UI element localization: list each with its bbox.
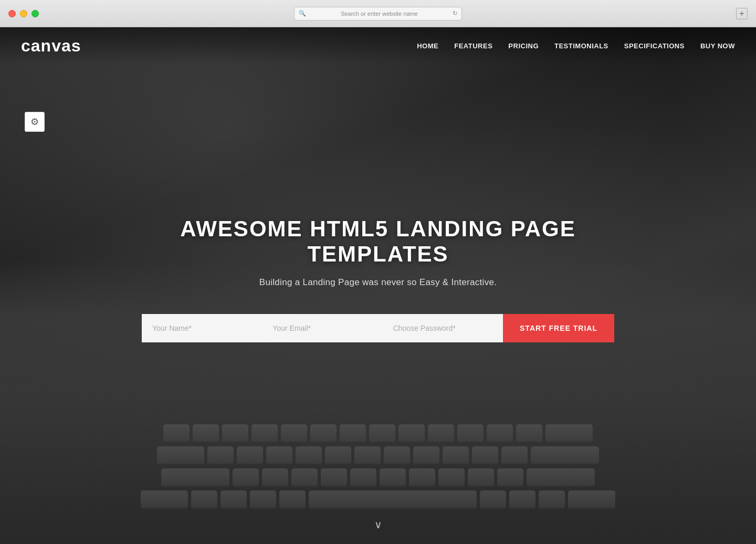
key [384,446,410,465]
hero-subtitle: Building a Landing Page was never so Eas… [142,277,614,288]
key [369,424,395,443]
key [350,468,376,487]
key [340,424,366,443]
key [509,490,536,509]
address-bar[interactable]: 🔍 Search or enter website name ↻ [294,7,462,20]
site-logo[interactable]: canvas [21,36,81,56]
key [468,468,494,487]
nav-specifications[interactable]: SPECIFICATIONS [624,42,685,50]
keyboard-decoration [26,424,730,512]
key [398,424,425,443]
key [325,446,351,465]
key [281,424,307,443]
key [222,424,248,443]
nav-buy-now[interactable]: BUY NOW [700,42,735,50]
key [193,424,219,443]
key [409,468,435,487]
start-trial-button[interactable]: START FREE TRIAL [503,314,614,342]
key [291,468,318,487]
key [413,446,439,465]
settings-button[interactable]: ⚙ [25,112,45,132]
key [233,468,259,487]
new-tab-button[interactable]: + [736,8,748,19]
key [472,446,498,465]
key [380,468,406,487]
logo-text: canvas [21,36,81,55]
gear-icon: ⚙ [30,116,39,128]
password-input[interactable] [383,314,503,342]
search-icon: 🔍 [299,10,306,17]
key [545,424,593,443]
key [266,446,292,465]
key [207,446,234,465]
key [220,490,247,509]
close-button[interactable] [8,10,16,17]
key [531,446,599,465]
key [480,490,506,509]
key [250,490,276,509]
traffic-lights [8,10,39,17]
key [251,424,278,443]
key [321,468,347,487]
key [163,424,190,443]
key [428,424,454,443]
key [296,446,322,465]
name-input[interactable] [142,314,262,342]
key [443,446,469,465]
nav-pricing[interactable]: PRICING [508,42,539,50]
key [539,490,565,509]
key [161,468,229,487]
key [457,424,484,443]
key [262,468,288,487]
website-content: ⚙ canvas HOME FEATURES PRICING TESTIMONI… [0,27,756,544]
nav-links: HOME FEATURES PRICING TESTIMONIALS SPECI… [417,42,735,50]
key [487,424,513,443]
key [279,490,306,509]
address-bar-container: 🔍 Search or enter website name ↻ [294,7,462,20]
key [438,468,465,487]
hero-content: AWESOME HTML5 LANDING PAGE TEMPLATES Bui… [142,216,614,342]
key [527,468,595,487]
key [516,424,542,443]
key [157,446,204,465]
signup-form: START FREE TRIAL [142,314,614,342]
key [237,446,263,465]
key [354,446,381,465]
key [141,490,188,509]
refresh-icon[interactable]: ↻ [453,10,457,17]
key [310,424,337,443]
spacebar-key [309,490,477,509]
key [191,490,217,509]
address-bar-text: Search or enter website name [309,11,449,17]
nav-testimonials[interactable]: TESTIMONIALS [554,42,608,50]
nav-features[interactable]: FEATURES [454,42,492,50]
key [497,468,523,487]
key [568,490,615,509]
hero-title: AWESOME HTML5 LANDING PAGE TEMPLATES [142,216,614,267]
email-input[interactable] [262,314,382,342]
key [501,446,528,465]
nav-home[interactable]: HOME [417,42,438,50]
minimize-button[interactable] [20,10,27,17]
navbar: canvas HOME FEATURES PRICING TESTIMONIAL… [0,27,756,64]
scroll-down-arrow[interactable]: ∨ [374,518,382,531]
browser-chrome: 🔍 Search or enter website name ↻ + [0,0,756,27]
maximize-button[interactable] [32,10,39,17]
